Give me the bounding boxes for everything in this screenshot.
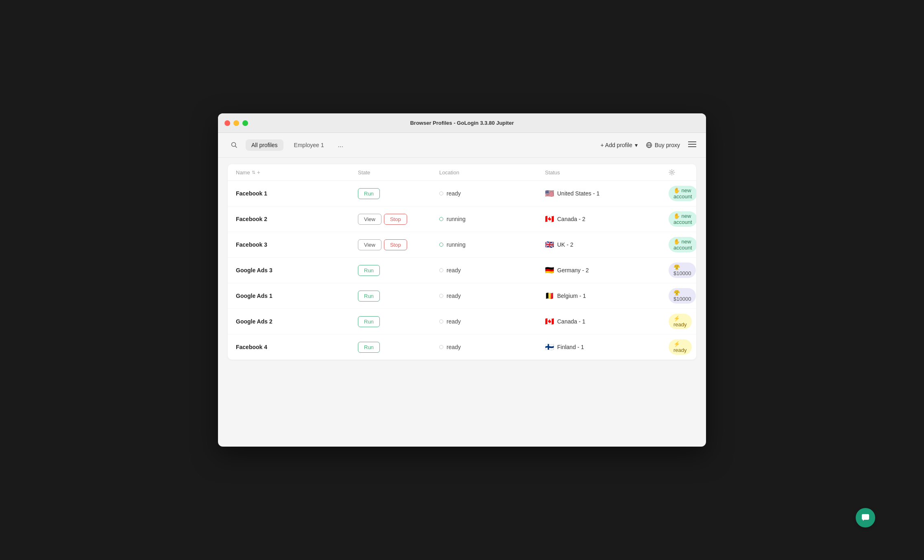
chat-button[interactable] [856, 508, 875, 527]
status-cell: 😤 $10000 [669, 288, 688, 304]
app-window: Browser Profiles - GoLogin 3.3.80 Jupite… [218, 113, 706, 447]
location-cell: 🇫🇮Finland - 1 [545, 343, 669, 352]
state-cell: ready [439, 344, 545, 350]
window-title: Browser Profiles - GoLogin 3.3.80 Jupite… [410, 120, 514, 126]
profile-name: Facebook 4 [236, 344, 358, 350]
maximize-button[interactable] [242, 120, 248, 126]
location-label: Canada - 2 [557, 216, 585, 222]
toolbar-right: + Add profile ▾ Buy proxy [601, 141, 696, 150]
run-button[interactable]: Run [358, 265, 380, 276]
location-cell: 🇨🇦Canada - 1 [545, 317, 669, 326]
flag-icon: 🇨🇦 [545, 317, 554, 326]
more-tabs-button[interactable]: ... [335, 140, 346, 150]
state-indicator [439, 243, 443, 247]
minimize-button[interactable] [233, 120, 239, 126]
location-label: UK - 2 [557, 241, 573, 248]
table-row: Google Ads 3Runready🇩🇪Germany - 2😤 $1000… [228, 258, 696, 283]
buy-proxy-label: Buy proxy [655, 142, 680, 148]
view-button[interactable]: View [358, 239, 381, 250]
profile-actions: Run [358, 188, 439, 199]
state-indicator [439, 217, 443, 221]
search-button[interactable] [228, 139, 241, 152]
profile-actions: ViewStop [358, 239, 439, 250]
flag-icon: 🇬🇧 [545, 240, 554, 249]
state-label: ready [447, 318, 461, 325]
chevron-down-icon: ▾ [635, 142, 638, 148]
state-cell: ready [439, 293, 545, 299]
tab-employee[interactable]: Employee 1 [288, 139, 330, 151]
add-column-icon[interactable]: + [257, 169, 260, 176]
profile-name: Facebook 1 [236, 190, 358, 197]
status-badge: ✋ new account [669, 211, 696, 227]
table-body: Facebook 1Runready🇺🇸United States - 1✋ n… [228, 181, 696, 360]
table-header: Name ⇅ + State Location Status [228, 164, 696, 181]
globe-icon [646, 142, 652, 148]
state-label: ready [447, 293, 461, 299]
traffic-lights [224, 120, 248, 126]
state-indicator [439, 319, 443, 323]
menu-button[interactable] [688, 141, 696, 150]
location-cell: 🇧🇪Belgium - 1 [545, 291, 669, 300]
close-button[interactable] [224, 120, 230, 126]
col-state-header: State [358, 169, 439, 176]
chat-icon [861, 513, 870, 522]
profile-actions: Run [358, 316, 439, 327]
table-row: Facebook 4Runready🇫🇮Finland - 1⚡ ready [228, 334, 696, 360]
stop-button[interactable]: Stop [384, 239, 407, 250]
add-profile-button[interactable]: + Add profile ▾ [601, 142, 638, 148]
stop-button[interactable]: Stop [384, 214, 407, 225]
status-cell: ⚡ ready [669, 314, 688, 329]
profile-actions: ViewStop [358, 214, 439, 225]
status-badge: ⚡ ready [669, 314, 692, 329]
status-cell: ✋ new account [669, 211, 688, 227]
svg-point-8 [671, 171, 673, 174]
state-label: running [447, 216, 466, 222]
col-status-header: Status [545, 169, 669, 176]
view-button[interactable]: View [358, 214, 381, 225]
table-row: Facebook 1Runready🇺🇸United States - 1✋ n… [228, 181, 696, 206]
location-label: Canada - 1 [557, 318, 585, 325]
state-cell: running [439, 216, 545, 222]
status-cell: ✋ new account [669, 237, 688, 252]
state-cell: running [439, 241, 545, 248]
profile-actions: Run [358, 291, 439, 302]
run-button[interactable]: Run [358, 188, 380, 199]
status-badge: 😤 $10000 [669, 288, 696, 304]
profile-name: Facebook 2 [236, 216, 358, 222]
settings-icon[interactable] [669, 169, 675, 176]
sort-icon[interactable]: ⇅ [252, 170, 255, 175]
state-label: ready [447, 344, 461, 350]
profiles-table: Name ⇅ + State Location Status [228, 164, 696, 360]
run-button[interactable]: Run [358, 342, 380, 353]
location-label: United States - 1 [557, 190, 599, 197]
status-badge: 😤 $10000 [669, 263, 696, 278]
run-button[interactable]: Run [358, 291, 380, 302]
tab-all-profiles[interactable]: All profiles [246, 139, 283, 151]
run-button[interactable]: Run [358, 316, 380, 327]
location-label: Germany - 2 [557, 267, 589, 273]
buy-proxy-button[interactable]: Buy proxy [646, 142, 680, 148]
flag-icon: 🇧🇪 [545, 291, 554, 300]
location-label: Finland - 1 [557, 344, 584, 350]
status-cell: ⚡ ready [669, 339, 688, 355]
state-label: running [447, 241, 466, 248]
location-cell: 🇬🇧UK - 2 [545, 240, 669, 249]
status-badge: ✋ new account [669, 186, 696, 201]
location-label: Belgium - 1 [557, 293, 586, 299]
status-cell: 😤 $10000 [669, 263, 688, 278]
profile-name: Facebook 3 [236, 241, 358, 248]
profile-actions: Run [358, 265, 439, 276]
search-icon [231, 142, 238, 148]
toolbar-left: All profiles Employee 1 ... [228, 139, 346, 152]
hamburger-icon [688, 141, 696, 148]
profile-name: Google Ads 2 [236, 318, 358, 325]
svg-line-1 [235, 146, 237, 148]
table-row: Google Ads 2Runready🇨🇦Canada - 1⚡ ready [228, 309, 696, 334]
state-label: ready [447, 267, 461, 273]
location-cell: 🇺🇸United States - 1 [545, 189, 669, 198]
state-cell: ready [439, 318, 545, 325]
status-badge: ✋ new account [669, 237, 696, 252]
titlebar: Browser Profiles - GoLogin 3.3.80 Jupite… [218, 113, 706, 133]
profile-actions: Run [358, 342, 439, 353]
state-label: ready [447, 190, 461, 197]
